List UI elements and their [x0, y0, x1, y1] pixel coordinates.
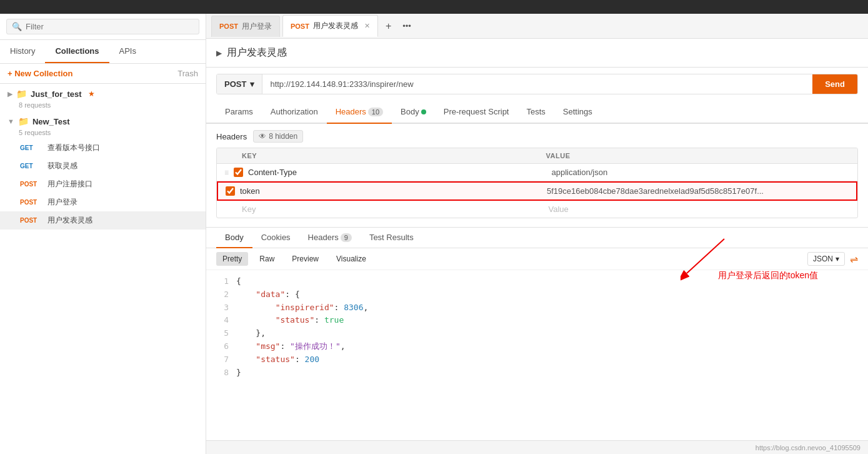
- hidden-badge[interactable]: 👁 8 hidden: [253, 130, 303, 143]
- line-num-3: 3: [216, 301, 229, 315]
- request-name-0: 查看版本号接口: [47, 143, 100, 153]
- headers-badge: 10: [368, 108, 383, 116]
- headers-section: Headers 👁 8 hidden KEY VALUE ≡: [206, 124, 868, 224]
- response-tab-test-results[interactable]: Test Results: [361, 228, 422, 248]
- collection-name-1: Just_for_test: [31, 89, 82, 99]
- header-checkbox-0[interactable]: [234, 168, 243, 177]
- line-num-2: 2: [216, 288, 229, 301]
- header-value-0: application/json: [552, 168, 851, 177]
- body-dot: [421, 109, 426, 114]
- request-title-bar: ▶ 用户发表灵感: [206, 39, 868, 68]
- tab-method-0: POST: [219, 23, 238, 30]
- line-num-7: 7: [216, 353, 229, 366]
- status-bar: https://blog.csdn.nevoo_41095509: [206, 440, 868, 454]
- json-line-3: "inspirerid": 8306,: [236, 301, 368, 315]
- url-input[interactable]: [262, 74, 812, 94]
- sidebar-tabs: History Collections APIs: [0, 40, 206, 64]
- headers-label-row: Headers 👁 8 hidden: [216, 130, 858, 143]
- header-checkbox-1[interactable]: [226, 186, 235, 196]
- sidebar-actions: + New Collection Trash: [0, 64, 206, 84]
- method-select[interactable]: POST ▾: [217, 74, 262, 94]
- empty-key: Key: [224, 204, 544, 214]
- header-row-1: token 5f19ce16eb084cbe78dae3arednelxelad…: [217, 181, 857, 201]
- collection-group-2: ▼ 📁 New_Test 5 requests GET 查看版本号接口 GET …: [0, 111, 206, 230]
- tab-method-1: POST: [291, 23, 309, 30]
- method-badge-get-1: GET: [20, 163, 42, 169]
- line-num-6: 6: [216, 340, 229, 353]
- json-line-7: "status": 200: [236, 353, 319, 366]
- chevron-down-icon: ▼: [7, 118, 14, 125]
- drag-icon-0[interactable]: ≡: [224, 168, 229, 177]
- response-headers-badge: 9: [341, 233, 352, 242]
- panel-tab-headers[interactable]: Headers10: [327, 101, 392, 124]
- col-value-header: VALUE: [546, 152, 851, 159]
- tab-close-button[interactable]: ✕: [364, 22, 370, 30]
- line-num-1: 1: [216, 275, 229, 288]
- json-type-label: JSON: [813, 255, 833, 263]
- sidebar-tab-apis[interactable]: APIs: [109, 40, 146, 63]
- collection-group-1: ▶ 📁 Just_for_test ★ 8 requests: [0, 84, 206, 111]
- panel-tab-params[interactable]: Params: [216, 101, 262, 124]
- status-url: https://blog.csdn.nevoo_41095509: [756, 444, 861, 451]
- panel-tab-body[interactable]: Body: [392, 101, 435, 124]
- sidebar-tab-collections[interactable]: Collections: [45, 40, 109, 63]
- sidebar-tab-history[interactable]: History: [0, 40, 45, 63]
- expand-icon[interactable]: ▶: [216, 49, 222, 58]
- response-tab-cookies[interactable]: Cookies: [252, 228, 299, 248]
- search-icon: 🔍: [12, 22, 22, 31]
- search-bar: 🔍: [0, 14, 206, 40]
- trash-button[interactable]: Trash: [177, 69, 198, 78]
- format-visualize[interactable]: Visualize: [330, 252, 372, 266]
- tab-add-button[interactable]: +: [381, 18, 396, 34]
- panel-tab-settings[interactable]: Settings: [554, 101, 601, 124]
- panel-tab-pre-request[interactable]: Pre-request Script: [435, 101, 518, 124]
- method-badge-get-0: GET: [20, 144, 42, 151]
- request-item-4[interactable]: POST 用户发表灵感: [0, 211, 206, 230]
- tab-name-1: 用户发表灵感: [313, 21, 358, 31]
- json-line-8: }: [236, 366, 241, 380]
- collection-name-2: New_Test: [32, 117, 70, 126]
- sidebar-content: ▶ 📁 Just_for_test ★ 8 requests ▼ 📁 New_T…: [0, 84, 206, 454]
- format-pretty[interactable]: Pretty: [216, 252, 248, 266]
- response-tab-body[interactable]: Body: [216, 228, 252, 248]
- response-tabs: Body Cookies Headers9 Test Results: [206, 227, 868, 248]
- request-item-0[interactable]: GET 查看版本号接口: [0, 139, 206, 157]
- request-title: 用户发表灵感: [227, 46, 287, 59]
- headers-table-head: KEY VALUE: [217, 148, 857, 164]
- headers-label: Headers: [216, 132, 247, 141]
- tab-0[interactable]: POST 用户登录: [211, 16, 280, 37]
- tab-more-button[interactable]: •••: [399, 19, 415, 33]
- response-tab-headers[interactable]: Headers9: [299, 228, 361, 248]
- url-bar: POST ▾ Send: [216, 74, 858, 94]
- panel-tab-authorization[interactable]: Authorization: [262, 101, 327, 124]
- search-input-wrap[interactable]: 🔍: [6, 19, 199, 34]
- send-button[interactable]: Send: [812, 74, 857, 94]
- header-key-0: Content-Type: [248, 168, 547, 177]
- header-key-1: token: [240, 186, 542, 196]
- tab-1[interactable]: POST 用户发表灵感 ✕: [282, 15, 378, 37]
- request-item-1[interactable]: GET 获取灵感: [0, 157, 206, 175]
- panel-tab-tests[interactable]: Tests: [517, 101, 554, 124]
- empty-row: Key Value: [217, 201, 857, 218]
- chevron-right-icon: ▶: [7, 90, 12, 98]
- folder-icon-2: 📁: [18, 116, 29, 126]
- format-raw[interactable]: Raw: [253, 252, 281, 266]
- json-line-4: "status": true: [236, 314, 344, 327]
- response-toolbar: Pretty Raw Preview Visualize JSON ▾ ⇌: [206, 248, 868, 270]
- method-badge-post-2: POST: [20, 181, 42, 188]
- request-name-2: 用户注册接口: [47, 179, 92, 189]
- new-collection-button[interactable]: + New Collection: [7, 69, 72, 78]
- request-item-2[interactable]: POST 用户注册接口: [0, 175, 206, 193]
- json-type-select[interactable]: JSON ▾: [807, 252, 845, 266]
- request-name-4: 用户发表灵感: [47, 215, 92, 226]
- hidden-count: 8 hidden: [269, 132, 297, 141]
- format-preview[interactable]: Preview: [286, 252, 325, 266]
- request-item-3[interactable]: POST 用户登录: [0, 193, 206, 211]
- method-dropdown-icon: ▾: [250, 79, 254, 89]
- wrap-icon[interactable]: ⇌: [850, 253, 858, 265]
- json-line-1: {: [236, 275, 241, 288]
- search-input[interactable]: [26, 22, 194, 31]
- tabs-bar: POST 用户登录 POST 用户发表灵感 ✕ + •••: [206, 14, 868, 39]
- header-row-0: ≡ Content-Type application/json: [217, 164, 857, 181]
- line-num-8: 8: [216, 366, 229, 380]
